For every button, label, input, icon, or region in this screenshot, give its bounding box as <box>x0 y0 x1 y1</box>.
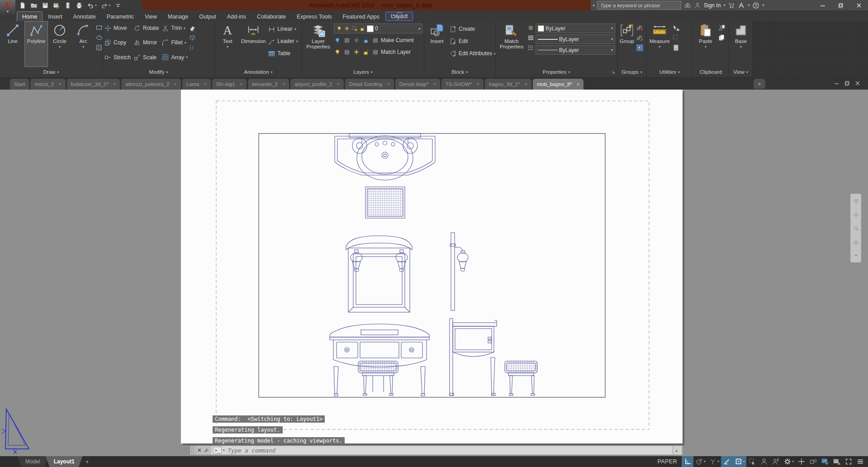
base-view-button[interactable]: Base ▾ <box>730 22 751 67</box>
layer-unlock-all-icon[interactable] <box>362 48 370 56</box>
erase-button[interactable] <box>189 24 196 32</box>
match-layer-button[interactable]: Match Layer <box>372 48 411 56</box>
sign-in-button[interactable]: Sign In <box>704 2 721 9</box>
qat-button-plot[interactable] <box>74 1 85 10</box>
file-tab-airport_profile_1[interactable]: airport_profile_1 × <box>290 79 344 90</box>
offset-button[interactable] <box>189 43 196 52</box>
panel-label-draw[interactable]: Draw▾ <box>0 67 102 77</box>
ribbon-tab[interactable]: Annotate <box>68 12 101 21</box>
modify-tool-button-stretch[interactable]: Stretch <box>104 52 131 63</box>
ribbon-tab[interactable]: Output <box>194 12 221 21</box>
status-toggle-customization[interactable] <box>854 456 866 467</box>
file-tab-mob_bagno_8[interactable]: mob_bagno_8* × <box>533 79 583 90</box>
nav-pan-icon-nav-pan[interactable] <box>853 211 859 218</box>
id-point-button[interactable] <box>672 33 680 42</box>
panel-label-properties[interactable]: Properties▾ ⇘ <box>496 67 617 77</box>
close-tab-icon[interactable]: × <box>204 81 207 87</box>
file-tab-lama[interactable]: Lama × <box>182 79 211 90</box>
panel-label-annotation[interactable]: Annotation▾ <box>215 67 302 77</box>
status-toggle-fullscreen[interactable] <box>843 456 854 467</box>
minimize-button[interactable] <box>814 0 832 10</box>
modify-tool-button-rotate[interactable]: Rotate <box>133 23 159 33</box>
qat-button-open-folder[interactable] <box>28 1 39 10</box>
modify-tool-button-move[interactable]: Move <box>104 23 131 33</box>
file-tab-start[interactable]: Start <box>10 79 29 90</box>
close-tab-icon[interactable]: × <box>282 81 285 87</box>
collapse-search-icon[interactable]: ◂ <box>593 3 594 7</box>
panel-label-view[interactable]: View▾ <box>729 67 752 77</box>
insert-block-button[interactable]: Insert <box>426 22 448 67</box>
close-tab-icon[interactable]: × <box>577 81 579 87</box>
chevron-down-icon[interactable]: ▾ <box>748 3 749 7</box>
file-tab-bagno_3d_1[interactable]: bagno_3d_1* × <box>485 79 531 90</box>
layer-isolate-icon[interactable] <box>343 37 351 44</box>
new-layout-button[interactable]: + <box>85 458 89 465</box>
layer-on-all-icon[interactable] <box>334 48 341 56</box>
status-toggle-annotation-monitor[interactable] <box>721 456 733 467</box>
nav-more-icon-nav-more[interactable] <box>853 252 859 259</box>
line-button[interactable]: Line <box>1 22 24 67</box>
color-list-button[interactable] <box>527 24 535 32</box>
cut-button[interactable] <box>718 24 726 32</box>
qat-button-new-file[interactable] <box>17 1 28 10</box>
dialog-launcher-icon[interactable]: ⇘ <box>612 70 615 75</box>
status-toggle-polar-tracking[interactable]: ▾ <box>693 456 707 467</box>
file-tab-bulldozer_3d_1[interactable]: bulldozer_3d_1* × <box>67 79 120 90</box>
quick-calc-button[interactable] <box>672 43 680 52</box>
modify-tool-button-fillet[interactable]: Fillet ▾ <box>161 37 188 48</box>
status-toggle-annotation-visibility[interactable] <box>758 456 770 467</box>
qat-button-save-as[interactable] <box>51 1 62 10</box>
app-store-cart-icon[interactable] <box>728 2 735 9</box>
status-toggle-selection-cycling[interactable] <box>746 456 758 467</box>
copy-clip-button[interactable] <box>718 33 726 42</box>
status-toggle-clean-screen[interactable] <box>831 456 843 467</box>
lineweight-list-button[interactable] <box>527 33 535 42</box>
hatch-button[interactable]: ▾ <box>95 43 102 52</box>
layer-dropdown[interactable]: 0 ▾ <box>334 24 422 33</box>
chevron-down-icon[interactable]: ▾ <box>223 448 225 452</box>
make-current-button[interactable]: Make Current <box>372 37 414 44</box>
modify-tool-button-trim[interactable]: Trim ▾ <box>161 23 188 33</box>
close-tab-icon[interactable]: × <box>337 81 339 87</box>
close-button[interactable] <box>850 0 868 10</box>
layer-thaw-all-icon[interactable] <box>353 48 360 56</box>
close-command-bar-icon[interactable]: ✕ <box>195 447 204 453</box>
command-input-field[interactable]: >_ ▾ ▲ <box>211 446 681 455</box>
command-line-bar[interactable]: ✕ >_ ▾ ▲ <box>190 445 683 455</box>
circle-button[interactable]: Circle ▾ <box>48 22 71 67</box>
arc-button[interactable]: Arc ▾ <box>72 22 95 67</box>
qat-button-undo[interactable]: ▾ <box>85 1 99 10</box>
doc-close-button[interactable] <box>854 80 861 86</box>
layer-properties-button[interactable]: Layer Properties <box>304 22 333 67</box>
panel-label-utilities[interactable]: Utilities▾ <box>647 67 693 77</box>
file-tab-05r-klg1[interactable]: 05r-klg1 × <box>212 79 247 90</box>
chevron-down-icon[interactable]: ▾ <box>405 13 407 17</box>
close-tab-icon[interactable]: × <box>433 81 436 87</box>
nav-orbit-icon-nav-orbit[interactable] <box>853 238 859 245</box>
status-toggle-snap-mode[interactable] <box>682 456 693 467</box>
layout1-tab[interactable]: Layout1 <box>46 456 83 467</box>
modify-tool-button-copy[interactable]: Copy <box>104 37 131 48</box>
chevron-down-icon[interactable]: ▾ <box>762 3 764 7</box>
search-icon[interactable] <box>684 2 691 9</box>
ribbon-tab[interactable]: Featured Apps <box>338 12 384 21</box>
measure-button[interactable]: Measure ▾ <box>648 22 671 67</box>
modify-tool-button-scale[interactable]: Scale <box>133 52 159 63</box>
search-input[interactable] <box>598 3 681 8</box>
panel-label-clipboard[interactable]: Clipboard <box>693 67 729 77</box>
match-properties-button[interactable]: Match Properties <box>497 22 526 67</box>
file-tab-ts-show[interactable]: TS-SHOW* × <box>441 79 484 90</box>
model-tab[interactable]: Model <box>17 456 48 467</box>
command-bar-grip[interactable] <box>190 446 195 455</box>
paste-button[interactable]: Paste ▾ <box>694 22 717 67</box>
ellipse-button[interactable]: ▾ <box>95 33 102 42</box>
file-tab-detail-gording[interactable]: Detail Gording × <box>345 79 394 90</box>
application-menu-button[interactable]: A ▼ <box>0 0 15 14</box>
ribbon-tab[interactable]: Manage <box>163 12 193 21</box>
panel-label-groups[interactable]: Groups▾ <box>617 67 646 77</box>
modify-tool-button-mirror[interactable]: Mirror <box>133 37 159 48</box>
ungroup-button[interactable] <box>636 24 644 32</box>
chevron-down-icon[interactable]: ▾ <box>393 13 394 17</box>
text-button[interactable]: Text ▾ <box>216 22 239 67</box>
polyline-button[interactable]: Polyline <box>25 22 47 67</box>
